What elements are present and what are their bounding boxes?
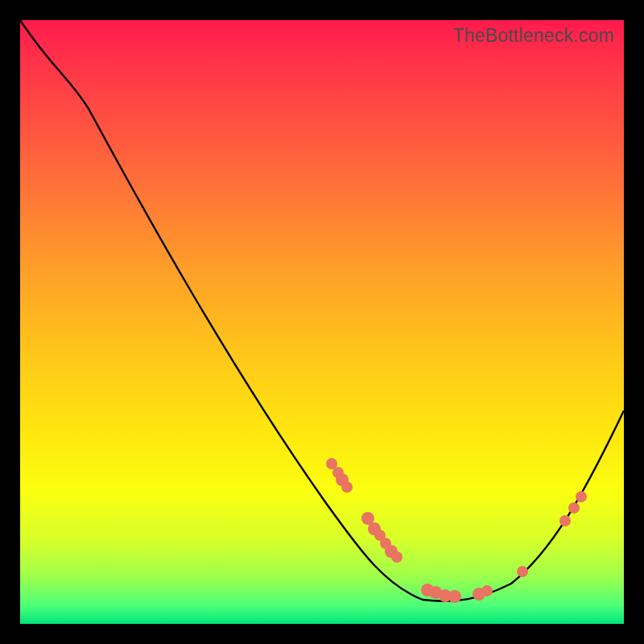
data-marker xyxy=(391,551,402,563)
marker-group xyxy=(326,458,587,603)
data-marker xyxy=(576,491,587,502)
data-marker xyxy=(559,515,571,526)
chart-area: TheBottleneck.com xyxy=(20,20,624,624)
chart-svg xyxy=(20,20,624,624)
data-marker xyxy=(481,585,493,597)
data-marker xyxy=(517,566,528,577)
bottleneck-curve xyxy=(20,20,624,601)
data-marker xyxy=(448,590,461,603)
data-marker xyxy=(568,502,580,514)
data-marker xyxy=(341,481,353,493)
